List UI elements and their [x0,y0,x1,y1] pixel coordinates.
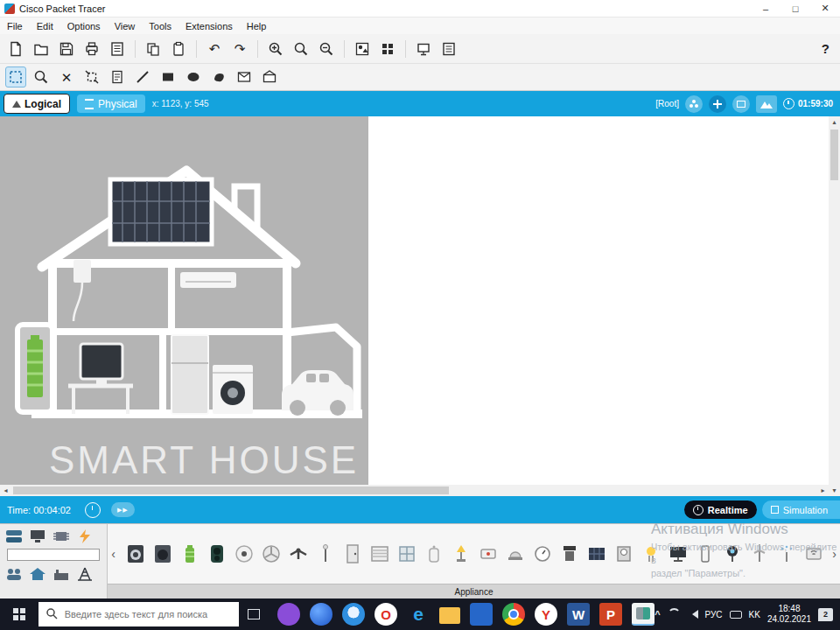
device-ceiling-fan-icon[interactable] [286,534,311,574]
menu-options[interactable]: Options [67,21,101,32]
device-power-meter-icon[interactable] [612,534,636,574]
category-multiuser[interactable] [4,564,24,584]
device-coffee-maker-icon[interactable] [557,534,582,574]
custom-devices-button[interactable] [377,38,398,60]
viewport-button[interactable] [756,95,777,113]
simulation-toggle[interactable]: Simulation [762,500,840,519]
tray-expand-icon[interactable]: ^ [654,609,660,620]
paste-button[interactable] [168,38,189,60]
save-button[interactable] [56,38,77,60]
language-indicator[interactable]: РУС [705,610,723,620]
device-solar-panel-icon[interactable] [584,534,609,574]
app-chrome-icon[interactable] [502,603,525,626]
device-humidifier-icon[interactable] [422,534,446,574]
device-rfid-reader-icon[interactable] [802,534,826,574]
category-power-grid[interactable] [74,564,95,584]
horizontal-scrollbar[interactable]: ◂ ▸ [0,485,829,496]
menu-tools[interactable]: Tools [149,21,172,32]
category-connections[interactable] [74,527,95,546]
app-edge-icon[interactable]: e [407,603,430,626]
app-packet-tracer-icon[interactable] [632,603,654,626]
place-note-button[interactable] [107,66,128,88]
undo-button[interactable]: ↶ [204,38,225,60]
category-end-devices[interactable] [27,527,48,546]
app-mail-icon[interactable] [342,603,365,626]
device-fan-icon[interactable] [232,534,256,574]
realtime-toggle[interactable]: Realtime [684,500,757,519]
volume-icon[interactable] [688,610,698,619]
app-music-icon[interactable] [277,603,300,626]
keyboard-icon[interactable] [730,611,742,619]
device-tv-icon[interactable] [666,534,690,574]
app-opera-icon[interactable]: O [374,603,397,626]
inspect-tool-button[interactable] [31,66,52,88]
device-window-icon[interactable] [395,534,419,574]
close-button[interactable]: ✕ [810,0,840,17]
device-smartphone-icon[interactable] [693,534,718,574]
menu-file[interactable]: File [7,21,23,32]
keyboard-layout-indicator[interactable]: KK [749,610,760,620]
app-store-icon[interactable] [470,603,493,626]
menu-help[interactable]: Help [247,21,267,32]
menu-view[interactable]: View [115,21,136,32]
move-object-button[interactable] [709,95,726,113]
device-webcam-icon[interactable] [720,534,745,574]
delete-tool-button[interactable]: ✕ [56,66,77,88]
draw-line-button[interactable] [132,66,153,88]
device-garage-door-icon[interactable] [368,534,392,574]
network-icon[interactable] [668,608,681,621]
app-yandex-icon[interactable]: Y [535,603,557,626]
maximize-button[interactable]: □ [780,0,810,17]
root-cluster-label[interactable]: [Root] [655,99,679,108]
horizontal-scroll-thumb[interactable] [13,486,449,494]
zoom-reset-button[interactable] [290,38,312,60]
fast-forward-button[interactable]: ▶▶ [111,502,135,517]
category-components[interactable] [51,527,72,546]
device-led-icon[interactable] [639,534,663,574]
taskbar-clock[interactable]: 18:48 24.02.2021 [767,604,811,626]
drawing-palette-button[interactable] [352,38,373,60]
device-thermostat-icon[interactable] [530,534,555,574]
category-network-devices[interactable] [4,527,24,546]
zoom-out-button[interactable] [316,38,337,60]
vertical-scrollbar[interactable]: ▴ ▾ [829,116,840,496]
task-view-button[interactable] [239,598,269,630]
menu-extensions[interactable]: Extensions [186,21,233,32]
device-fan2-icon[interactable] [259,534,284,574]
redo-button[interactable]: ↷ [229,38,250,60]
draw-rectangle-button[interactable] [158,66,178,88]
set-background-button[interactable] [732,95,750,113]
scroll-up-icon[interactable]: ▴ [829,116,840,128]
app-powerpoint-icon[interactable]: P [599,603,622,626]
device-template-button[interactable] [413,38,434,60]
print-button[interactable] [81,38,102,60]
zoom-in-button[interactable] [265,38,286,60]
search-input[interactable] [63,608,233,620]
device-street-lamp-icon[interactable] [313,534,338,574]
draw-ellipse-button[interactable] [183,66,204,88]
add-simple-pdu-button[interactable] [234,66,255,88]
network-description-button[interactable] [438,38,459,60]
open-file-button[interactable] [31,38,52,60]
tab-logical[interactable]: Logical [4,94,70,114]
taskbar-search[interactable] [38,602,240,626]
add-complex-pdu-button[interactable] [259,66,280,88]
tab-physical[interactable]: Physical [77,94,145,113]
power-cycle-button[interactable] [85,502,101,518]
device-wind-turbine-icon[interactable] [747,534,772,574]
select-tool-button[interactable] [5,66,26,88]
device-filter-input[interactable] [7,549,100,561]
device-dryer-icon[interactable] [150,534,175,574]
device-siren-icon[interactable] [503,534,528,574]
device-door-icon[interactable] [340,534,365,574]
category-smart-home[interactable] [27,564,48,584]
scroll-right-icon[interactable]: ▸ [817,485,829,496]
draw-freeform-button[interactable] [208,66,229,88]
app-word-icon[interactable]: W [567,603,590,626]
device-battery-icon[interactable] [178,534,202,574]
copy-button[interactable] [143,38,164,60]
device-washer-icon[interactable] [123,534,148,574]
category-industrial[interactable] [51,564,72,584]
start-button[interactable] [0,598,38,630]
logical-workspace-canvas[interactable]: SMART HOUSE ▴ ▾ ◂ ▸ [0,116,840,496]
